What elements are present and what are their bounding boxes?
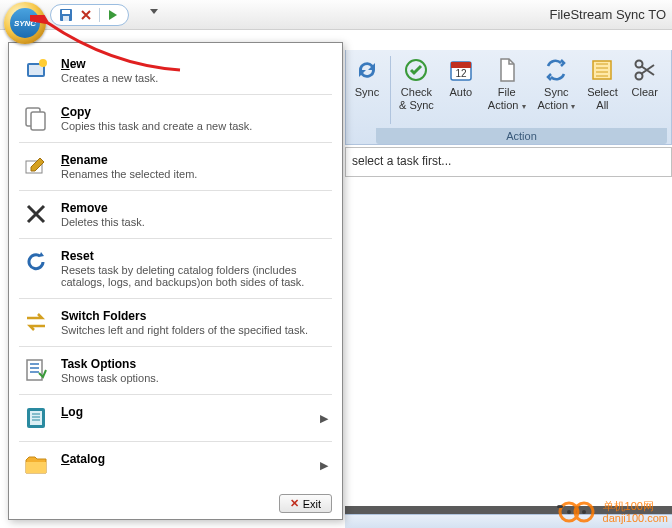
menu-item-reset[interactable]: ResetResets task by deleting catalog fol… bbox=[9, 241, 342, 296]
file-icon bbox=[493, 56, 521, 84]
svg-point-22 bbox=[567, 510, 571, 514]
menu-separator bbox=[19, 298, 332, 299]
qat-delete-icon[interactable] bbox=[79, 8, 93, 22]
menu-item-desc: Shows task options. bbox=[61, 372, 328, 384]
log-icon bbox=[23, 405, 49, 431]
qat-play-icon[interactable] bbox=[106, 8, 120, 22]
ribbon-label: FileAction ▾ bbox=[488, 86, 526, 112]
qat-dropdown-icon[interactable] bbox=[150, 9, 158, 14]
menu-separator bbox=[19, 346, 332, 347]
menu-item-remove[interactable]: RemoveDeletes this task. bbox=[9, 193, 342, 236]
switch-icon bbox=[23, 309, 49, 335]
menu-item-catalog[interactable]: Catalog▶ bbox=[9, 444, 342, 486]
content-message: select a task first... bbox=[346, 148, 671, 168]
menu-item-title: New bbox=[61, 57, 328, 71]
rename-icon bbox=[23, 153, 49, 179]
qat-separator bbox=[99, 8, 100, 22]
ribbon-label: SelectAll bbox=[587, 86, 618, 112]
selectall-icon bbox=[588, 56, 616, 84]
syncaction-icon bbox=[542, 56, 570, 84]
svg-text:12: 12 bbox=[455, 68, 467, 79]
catalog-icon bbox=[23, 452, 49, 478]
svg-rect-1 bbox=[62, 10, 70, 14]
menu-item-rename[interactable]: RenameRenames the selected item. bbox=[9, 145, 342, 188]
menu-item-title: Task Options bbox=[61, 357, 328, 371]
menu-separator bbox=[19, 238, 332, 239]
menu-item-copy[interactable]: CopyCopies this task and create a new ta… bbox=[9, 97, 342, 140]
ribbon-file-button[interactable]: FileAction ▾ bbox=[482, 52, 532, 128]
remove-icon bbox=[23, 201, 49, 227]
menu-item-desc: Copies this task and create a new task. bbox=[61, 120, 328, 132]
quick-access-toolbar bbox=[50, 4, 129, 26]
menu-item-title: Reset bbox=[61, 249, 328, 263]
ribbon-selectall-button[interactable]: SelectAll bbox=[581, 52, 624, 128]
watermark-line2: danji100.com bbox=[603, 512, 668, 524]
menu-item-switch[interactable]: Switch FoldersSwitches left and right fo… bbox=[9, 301, 342, 344]
content-area bbox=[345, 177, 672, 508]
exit-label: Exit bbox=[303, 498, 321, 510]
menu-separator bbox=[19, 394, 332, 395]
ribbon-label: Auto bbox=[450, 86, 473, 99]
sync-orb-label: SYNC bbox=[10, 8, 40, 38]
menu-item-desc: Deletes this task. bbox=[61, 216, 328, 228]
svg-point-23 bbox=[582, 510, 586, 514]
menu-separator bbox=[19, 142, 332, 143]
title-bar: FileStream Sync TO bbox=[0, 0, 672, 30]
application-menu-button[interactable]: SYNC bbox=[4, 2, 46, 44]
menu-item-title: Rename bbox=[61, 153, 328, 167]
watermark: 单机100网danji100.com bbox=[557, 500, 668, 524]
ribbon-sync-button[interactable]: Sync bbox=[346, 52, 388, 128]
menu-item-options[interactable]: Task OptionsShows task options. bbox=[9, 349, 342, 392]
svg-rect-11 bbox=[29, 65, 43, 75]
menu-separator bbox=[19, 441, 332, 442]
svg-rect-2 bbox=[63, 16, 69, 21]
ribbon-label: SyncAction ▾ bbox=[538, 86, 576, 112]
app-title: FileStream Sync TO bbox=[549, 7, 666, 22]
menu-item-title: Log bbox=[61, 405, 328, 419]
menu-separator bbox=[19, 94, 332, 95]
menu-item-desc: Creates a new task. bbox=[61, 72, 328, 84]
exit-button[interactable]: ✕Exit bbox=[279, 494, 332, 513]
menu-item-desc: Resets task by deleting catalog folders … bbox=[61, 264, 328, 288]
ribbon-scissors-button[interactable]: Clear bbox=[624, 52, 666, 128]
menu-item-title: Remove bbox=[61, 201, 328, 215]
ribbon-syncaction-button[interactable]: SyncAction ▾ bbox=[532, 52, 582, 128]
menu-item-new[interactable]: NewCreates a new task. bbox=[9, 49, 342, 92]
svg-rect-18 bbox=[30, 411, 42, 425]
svg-rect-19 bbox=[26, 462, 46, 473]
copy-icon bbox=[23, 105, 49, 131]
content-header: select a task first... bbox=[345, 147, 672, 177]
menu-item-title: Switch Folders bbox=[61, 309, 328, 323]
menu-item-title: Copy bbox=[61, 105, 328, 119]
calendar-icon: 12 bbox=[447, 56, 475, 84]
menu-item-title: Catalog bbox=[61, 452, 328, 466]
menu-item-desc: Switches left and right folders of the s… bbox=[61, 324, 328, 336]
qat-save-icon[interactable] bbox=[59, 8, 73, 22]
scissors-icon bbox=[631, 56, 659, 84]
application-menu: NewCreates a new task.CopyCopies this ta… bbox=[8, 42, 343, 520]
ribbon-label: Sync bbox=[355, 86, 379, 99]
submenu-arrow-icon: ▶ bbox=[320, 412, 328, 425]
reset-icon bbox=[23, 249, 49, 275]
new-icon bbox=[23, 57, 49, 83]
svg-rect-16 bbox=[27, 360, 42, 380]
sync-icon bbox=[353, 56, 381, 84]
menu-item-log[interactable]: Log▶ bbox=[9, 397, 342, 439]
options-icon bbox=[23, 357, 49, 383]
ribbon-label: Check& Sync bbox=[399, 86, 434, 112]
ribbon-action-group: SyncCheck& Sync12AutoFileAction ▾SyncAct… bbox=[345, 50, 672, 145]
submenu-arrow-icon: ▶ bbox=[320, 459, 328, 472]
svg-rect-24 bbox=[557, 505, 563, 508]
menu-separator bbox=[19, 190, 332, 191]
ribbon-label: Clear bbox=[632, 86, 658, 99]
svg-point-12 bbox=[39, 59, 47, 67]
menu-item-desc: Renames the selected item. bbox=[61, 168, 328, 180]
close-icon: ✕ bbox=[290, 497, 299, 510]
watermark-logo-icon bbox=[557, 500, 597, 524]
checksync-icon bbox=[402, 56, 430, 84]
svg-rect-14 bbox=[31, 112, 45, 130]
ribbon-group-label: Action bbox=[376, 128, 667, 144]
ribbon-calendar-button[interactable]: 12Auto bbox=[440, 52, 482, 128]
watermark-line1: 单机100网 bbox=[603, 500, 668, 512]
ribbon-checksync-button[interactable]: Check& Sync bbox=[393, 52, 440, 128]
